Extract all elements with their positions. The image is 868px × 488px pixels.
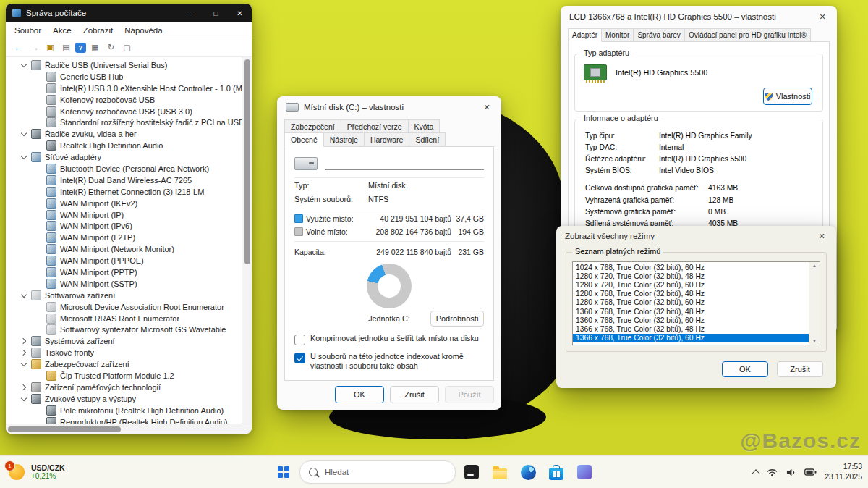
tree-expander-icon[interactable] — [20, 292, 27, 299]
close-button[interactable]: ✕ — [228, 4, 252, 22]
title-bar[interactable]: Místní disk (C:) – vlastnosti ✕ — [277, 96, 501, 118]
start-button[interactable] — [271, 460, 296, 484]
tab[interactable]: Sdílení — [409, 132, 446, 146]
tree-expander-icon[interactable] — [20, 153, 27, 161]
horizontal-scrollbar[interactable] — [6, 424, 252, 434]
tree-item[interactable]: WAN Miniport (PPTP) — [6, 266, 242, 278]
title-bar[interactable]: Správa počítače — □ ✕ — [6, 4, 252, 22]
mode-list-item[interactable]: 1360 x 768, True Color (32 bitů), 48 Hz — [573, 307, 809, 316]
menu-item[interactable]: Nápověda — [119, 26, 168, 35]
close-icon[interactable]: ✕ — [807, 226, 836, 247]
tree-expander-icon[interactable] — [20, 384, 27, 391]
tree-item[interactable]: WAN Miniport (Network Monitor) — [6, 243, 242, 255]
toolbar-icon[interactable]: ↻ — [104, 41, 118, 54]
tree-item[interactable]: Intel(R) Ethernet Connection (3) I218-LM — [6, 186, 242, 198]
vertical-scrollbar[interactable] — [242, 57, 252, 424]
tree-item[interactable]: Zabezpečovací zařízení — [6, 358, 242, 370]
apply-button[interactable]: Použít — [445, 386, 494, 403]
tree-item[interactable]: WAN Miniport (SSTP) — [6, 278, 242, 290]
tree-expander-icon[interactable] — [20, 62, 27, 69]
tree-item[interactable]: Systémová zařízení — [6, 335, 242, 347]
tree-item[interactable]: Bluetooth Device (Personal Area Network) — [6, 163, 242, 174]
adapter-properties-button[interactable]: Vlastnosti — [763, 88, 812, 105]
tree-expander-icon[interactable] — [20, 130, 27, 138]
tree-item[interactable]: Standardní rozšířený hostitelský řadič z… — [6, 117, 242, 128]
tree-item[interactable]: Čip Trusted Platform Module 1.2 — [6, 370, 242, 382]
tree-item[interactable]: WAN Miniport (IP) — [6, 209, 242, 221]
toolbar-icon[interactable]: ▤ — [59, 41, 73, 54]
tree-item[interactable]: Realtek High Definition Audio — [6, 140, 242, 151]
menu-item[interactable]: Zobrazit — [77, 26, 119, 35]
mode-list-item[interactable]: 1280 x 720, True Color (32 bitů), 48 Hz — [573, 272, 809, 280]
tree-item[interactable]: WAN Miniport (L2TP) — [6, 232, 242, 243]
pinned-app-terminal[interactable] — [459, 460, 484, 484]
scrollbar-thumb[interactable] — [244, 59, 250, 264]
tab[interactable]: Hardware — [364, 132, 410, 146]
maximize-button[interactable]: □ — [204, 4, 228, 22]
widgets-button[interactable]: 1 USD/CZK +0,21% — [9, 463, 65, 481]
menu-item[interactable]: Akce — [47, 26, 77, 35]
toolbar-icon[interactable]: ▦ — [88, 41, 102, 54]
ok-button[interactable]: OK — [722, 361, 768, 377]
tree-item[interactable]: Microsoft RRAS Root Enumerator — [6, 313, 242, 324]
mode-list-item[interactable]: 1024 x 768, True Color (32 bitů), 60 Hz — [573, 263, 809, 272]
menu-item[interactable]: Soubor — [9, 26, 47, 35]
volume-label-input[interactable] — [325, 156, 484, 170]
tab[interactable]: Zabezpečení — [284, 119, 341, 133]
battery-icon[interactable] — [804, 468, 817, 476]
taskbar-search[interactable] — [299, 460, 456, 484]
tab[interactable]: Adaptér — [568, 28, 602, 42]
ok-button[interactable]: OK — [335, 386, 384, 403]
cancel-button[interactable]: Zrušit — [777, 361, 823, 377]
minimize-button[interactable]: — — [180, 4, 204, 22]
details-button[interactable]: Podrobnosti — [430, 311, 484, 327]
toolbar-icon[interactable]: ? — [75, 43, 86, 53]
tree-item[interactable]: WAN Miniport (IPv6) — [6, 220, 242, 232]
toolbar-icon[interactable]: ← — [12, 41, 25, 54]
tree-item[interactable]: Generic USB Hub — [6, 71, 242, 83]
tree-item[interactable]: Tiskové fronty — [6, 347, 242, 358]
mode-list-item[interactable]: 1280 x 720, True Color (32 bitů), 60 Hz — [573, 280, 809, 289]
tree-item[interactable]: Pole mikrofonu (Realtek High Definition … — [6, 405, 242, 416]
tree-item[interactable]: Kořenový rozbočovač USB — [6, 94, 242, 106]
scrollbar-thumb[interactable] — [8, 426, 121, 432]
tree-item[interactable]: WAN Miniport (IKEv2) — [6, 198, 242, 209]
tab[interactable]: Správa barev — [633, 28, 684, 41]
index-checkbox[interactable] — [294, 353, 305, 363]
close-icon[interactable]: ✕ — [808, 6, 837, 28]
toolbar-icon[interactable]: ▣ — [43, 41, 57, 54]
toolbar-icon[interactable]: ▢ — [120, 41, 134, 54]
microsoft-store-button[interactable] — [544, 460, 569, 484]
edge-browser-button[interactable] — [516, 460, 540, 484]
tree-item[interactable]: Softwarová zařízení — [6, 290, 242, 301]
listbox-scrollbar[interactable]: ▲ ▼ — [809, 262, 820, 345]
mode-list-item[interactable]: 1280 x 768, True Color (32 bitů), 48 Hz — [573, 290, 809, 298]
mode-list-item[interactable]: 1280 x 768, True Color (32 bitů), 60 Hz — [573, 298, 809, 307]
title-bar[interactable]: LCD 1366x768 a Intel(R) HD Graphics 5500… — [561, 6, 837, 28]
pinned-app-purple[interactable] — [572, 460, 597, 484]
tree-item[interactable]: Řadiče zvuku, videa a her — [6, 128, 242, 140]
mode-list-item[interactable]: 1366 x 768, True Color (32 bitů), 48 Hz — [573, 324, 809, 333]
scroll-down-icon[interactable]: ▼ — [812, 339, 817, 343]
mode-list-item[interactable]: 1360 x 768, True Color (32 bitů), 60 Hz — [573, 316, 809, 324]
tab[interactable]: Předchozí verze — [341, 119, 409, 133]
toolbar-icon[interactable]: → — [27, 41, 41, 54]
volume-icon[interactable] — [786, 468, 796, 477]
tree-item[interactable]: Zvukové vstupy a výstupy — [6, 393, 242, 405]
file-explorer-button[interactable] — [488, 460, 512, 484]
tab[interactable]: Monitor — [601, 28, 634, 41]
search-input[interactable] — [323, 467, 446, 477]
tab[interactable]: Obecné — [284, 132, 324, 147]
taskbar-clock[interactable]: 17:53 23.11.2025 — [825, 462, 862, 481]
tree-expander-icon[interactable] — [20, 395, 27, 403]
tree-item[interactable]: Řadiče USB (Universal Serial Bus) — [6, 59, 242, 71]
tree-item[interactable]: Microsoft Device Association Root Enumer… — [6, 301, 242, 313]
tree-item[interactable]: Zařízení paměťových technologií — [6, 382, 242, 393]
title-bar[interactable]: Zobrazit všechny režimy ✕ — [556, 226, 836, 246]
tree-expander-icon[interactable] — [20, 337, 27, 345]
wifi-icon[interactable] — [767, 468, 778, 477]
tree-item[interactable]: WAN Miniport (PPPOE) — [6, 255, 242, 266]
compress-checkbox[interactable] — [294, 335, 305, 345]
tab[interactable]: Kvóta — [408, 119, 441, 133]
scroll-up-icon[interactable]: ▲ — [812, 264, 817, 268]
